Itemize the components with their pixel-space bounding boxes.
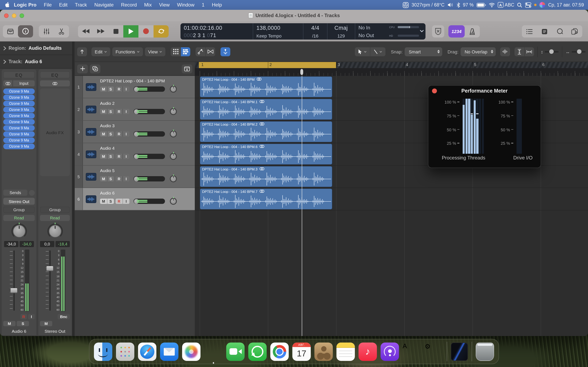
solo-button[interactable]: S (107, 199, 114, 204)
dock-icon-system-settings[interactable]: ⚙ (425, 342, 443, 361)
solo-button[interactable]: S (107, 154, 114, 159)
automation-mode-button[interactable]: Read (40, 215, 70, 221)
volume-value[interactable]: -34,0 (4, 241, 18, 247)
lcd-display[interactable]: 01:00:02:16.00 0002 3 1 071 138,0000 Kee… (181, 23, 425, 40)
track-header-options-button[interactable] (182, 64, 192, 73)
audio-region[interactable]: DPTE2 Hat Loop - 004 - 140 BPM.7 (200, 188, 332, 210)
audio-fx-plugin-slot[interactable]: Ozone 9 Ma (3, 95, 35, 100)
record-enable-button[interactable]: R (116, 131, 122, 137)
add-track-button[interactable] (77, 64, 88, 73)
playhead-line[interactable] (302, 76, 302, 336)
lcd-expand-chevron[interactable] (420, 30, 424, 32)
edit-menu-button[interactable]: Edit (91, 47, 110, 56)
menu-bar-clock[interactable]: Ср, 17 авг. 07:59 (548, 2, 584, 7)
dock-icon-podcasts[interactable] (380, 342, 399, 361)
volume-icon[interactable] (447, 2, 453, 7)
input-monitor-button[interactable]: I (28, 314, 35, 319)
track-level-meter[interactable] (134, 131, 165, 137)
volume-fader[interactable] (45, 250, 53, 312)
pan-knob[interactable] (13, 225, 25, 237)
audio-region[interactable]: DPTE2 Hat Loop - 004 - 140 BPM.1 (200, 99, 332, 120)
record-enable-button[interactable]: R (116, 86, 122, 92)
menu-navigate[interactable]: Navigate (91, 0, 117, 10)
forward-button[interactable] (93, 25, 108, 37)
track-level-meter[interactable] (134, 199, 165, 204)
library-toggle-button[interactable] (3, 25, 18, 37)
functions-menu-button[interactable]: Functions (112, 47, 143, 56)
track-level-meter[interactable] (134, 176, 165, 182)
bounce-button[interactable]: Bnc (58, 314, 70, 319)
count-in-button[interactable]: 1234 (448, 25, 465, 38)
audio-fx-plugin-slot[interactable]: Ozone 9 Ma (3, 137, 35, 143)
record-enable-button[interactable]: R (116, 154, 122, 159)
split-at-playhead-button[interactable] (221, 47, 231, 56)
apple-menu-icon[interactable] (5, 2, 10, 8)
close-icon[interactable] (432, 89, 437, 93)
group-slot[interactable]: Group (40, 207, 70, 213)
track-level-meter[interactable] (134, 109, 165, 114)
track-name[interactable]: Audio 3 (100, 123, 114, 128)
bar-ruler[interactable]: 123456 (195, 62, 588, 76)
solo-button[interactable]: S (107, 131, 114, 137)
horizontal-zoom-slider[interactable]: ↔ (566, 49, 586, 54)
left-click-tool-menu[interactable] (355, 47, 370, 56)
audio-fx-plugin-slot[interactable]: Ozone 9 Ma (3, 143, 35, 149)
dock-icon-logic-pro[interactable] (204, 342, 223, 361)
control-center-icon[interactable] (525, 2, 531, 8)
track-pan-knob[interactable] (170, 153, 177, 160)
input-monitor-button[interactable]: I (122, 176, 130, 182)
audio-fx-plugin-slot[interactable]: Ozone 9 Ma (3, 107, 35, 112)
solo-button[interactable]: S (17, 321, 29, 326)
waveform-zoom-button[interactable] (500, 47, 510, 56)
solo-button[interactable]: S (107, 176, 114, 182)
mute-button[interactable]: M (40, 321, 52, 326)
track-header-5[interactable]: 5Audio 5MSRI (75, 166, 195, 188)
track-lane-5[interactable]: DPTE2 Hat Loop - 004 - 140 BPM.3 (195, 166, 588, 188)
dock-icon-calendar[interactable]: АВГ.17 (292, 342, 311, 361)
dock-icon-finder[interactable] (94, 342, 112, 361)
record-enable-button[interactable]: R (116, 199, 122, 204)
track-header-1[interactable]: 1DPTE2 Hat Loop - 004 - 140 BPMMSRI (75, 76, 195, 98)
record-enable-button[interactable]: R (116, 109, 122, 114)
apple-loops-button[interactable] (552, 25, 567, 38)
lcd-key[interactable]: Cmaj 129 (328, 23, 355, 40)
inspector-toggle-button[interactable] (18, 25, 33, 37)
audio-fx-slot[interactable]: Audio FX (40, 89, 70, 176)
track-pan-knob[interactable] (170, 131, 177, 137)
input-format-button[interactable] (3, 80, 12, 86)
rewind-button[interactable] (78, 25, 93, 37)
performance-meter-window[interactable]: Performance Meter 100 %75 %50 %25 % 100 … (428, 85, 541, 168)
mute-button[interactable]: M (100, 176, 107, 182)
sends-slot[interactable]: Sends (3, 190, 27, 196)
track-inspector-header[interactable]: Track: Audio 6 (0, 55, 72, 68)
audio-fx-plugin-slot[interactable]: Ozone 9 Ma (3, 113, 35, 118)
audio-fx-plugin-slot[interactable]: Ozone 9 Ma (3, 125, 35, 131)
track-header-3[interactable]: 3Audio 3MSRI (75, 121, 195, 143)
input-source[interactable]: AABC (498, 2, 514, 8)
track-pan-knob[interactable] (170, 175, 177, 182)
lcd-signature[interactable]: 4/4 /16 (303, 23, 328, 40)
record-enable-button[interactable]: R (116, 176, 122, 182)
command-click-tool-menu[interactable] (370, 47, 385, 56)
dock-icon-music[interactable]: ♪ (359, 342, 377, 361)
input-monitor-button[interactable]: I (122, 199, 130, 204)
menu-view[interactable]: View (155, 0, 173, 10)
track-lane-6[interactable]: DPTE2 Hat Loop - 004 - 140 BPM.7 (195, 188, 588, 210)
audio-fx-plugin-slot[interactable]: Ozone 9 Ma (3, 101, 35, 106)
menu-edit[interactable]: Edit (55, 0, 71, 10)
group-slot[interactable]: Group (3, 207, 35, 213)
cycle-button[interactable] (154, 25, 169, 37)
eq-slot[interactable]: EQ (40, 71, 70, 78)
track-level-meter[interactable] (134, 86, 165, 92)
track-pan-knob[interactable] (170, 198, 177, 205)
track-header-4[interactable]: 4Audio 4MSRI (75, 143, 195, 166)
input-monitor-button[interactable]: I (122, 86, 130, 92)
menu-help[interactable]: Help (208, 0, 226, 10)
wifi-icon[interactable] (489, 3, 495, 7)
title-bar[interactable]: Untitled 4.logicx - Untitled 4 - Tracks (0, 10, 588, 21)
vertical-zoom-slider[interactable]: ↕ (541, 49, 559, 54)
input-slot[interactable]: Input (13, 80, 35, 86)
input-monitor-button[interactable]: I (122, 131, 130, 137)
drag-select[interactable]: No Overlap (461, 47, 495, 56)
solo-button[interactable]: S (107, 109, 114, 114)
